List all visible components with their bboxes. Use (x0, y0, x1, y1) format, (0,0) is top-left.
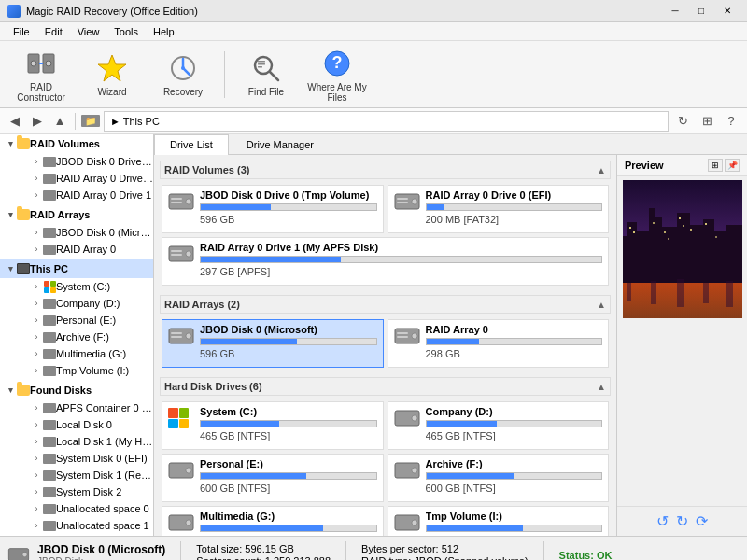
expand-icon: › (30, 243, 43, 256)
expand-icon: › (30, 435, 43, 448)
drive-system-c[interactable]: System (C:) 465 GB [NTFS] (162, 401, 384, 450)
sidebar-item-local-disk1[interactable]: › Local Disk 1 (My HFS (0, 433, 153, 450)
sidebar-item-personal-e[interactable]: › Personal (E:) (0, 312, 153, 329)
help-button[interactable]: ? (721, 112, 741, 131)
sidebar-item-archive-f[interactable]: › Archive (F:) (0, 329, 153, 345)
drive-info: RAID Array 0 298 GB (426, 324, 603, 359)
drive-bar (427, 473, 514, 479)
forward-button[interactable]: ▶ (28, 112, 47, 131)
up-button[interactable]: ▲ (50, 112, 69, 131)
sidebar-item-raid-array0[interactable]: › RAID Array 0 (0, 241, 153, 258)
preview-refresh-button[interactable]: ⟳ (696, 512, 708, 530)
drive-jbod-disk0-drive0[interactable]: JBOD Disk 0 Drive 0 (Tmp Volume) 596 GB (162, 185, 384, 233)
drive-raid-array0[interactable]: RAID Array 0 298 GB (388, 319, 610, 368)
maximize-button[interactable]: □ (689, 3, 713, 20)
hdd-icon (43, 469, 56, 482)
menu-help[interactable]: Help (146, 24, 182, 39)
status-bytes-per-sector: Bytes per sector: 512 (361, 543, 529, 554)
minimize-button[interactable]: ─ (663, 3, 687, 20)
sidebar-item-raid-array0-drive0[interactable]: › RAID Array 0 Drive 0 ( (0, 170, 153, 187)
svg-rect-76 (627, 283, 631, 301)
left-panel: ▾ RAID Volumes › JBOD Disk 0 Drive 0 ( ›… (0, 134, 154, 536)
refresh-button[interactable]: ↻ (672, 111, 693, 132)
svg-rect-72 (683, 225, 684, 227)
window-title: Magic RAID Recovery (Office Edition) (26, 6, 198, 17)
sidebar-item-tmp-volume-i[interactable]: › Tmp Volume (I:) (0, 362, 153, 379)
status-bar: JBOD Disk 0 (Microsoft) JBOD Disk Total … (0, 536, 747, 560)
drive-name-personal-e: Personal (E:) (200, 458, 377, 469)
svg-point-20 (412, 199, 417, 204)
expand-icon: › (30, 314, 43, 327)
sidebar-item-company-d[interactable]: › Company (D:) (0, 295, 153, 312)
sidebar-section-raid-volumes[interactable]: ▾ RAID Volumes (0, 134, 153, 153)
sidebar-item-raid-array0-drive1[interactable]: › RAID Array 0 Drive 1 (0, 187, 153, 203)
recovery-button[interactable]: Recovery (149, 45, 217, 105)
drive-personal-e[interactable]: Personal (E:) 600 GB [NTFS] (162, 454, 384, 502)
sidebar-section-found-disks[interactable]: ▾ Found Disks (0, 381, 153, 399)
menu-tools[interactable]: Tools (106, 24, 146, 39)
sidebar-section-raid-arrays[interactable]: ▾ RAID Arrays (0, 205, 153, 224)
sidebar-item-unalloc0[interactable]: › Unallocated space 0 (0, 500, 153, 517)
drive-multimedia-g[interactable]: Multimedia (G:) 662 GB [NTFS] (162, 506, 384, 536)
preview-rotate-left-button[interactable]: ↺ (656, 512, 669, 530)
hdd-icon (43, 401, 56, 414)
drive-raid-array0-drive1[interactable]: RAID Array 0 Drive 1 (My APFS Disk) 297 … (162, 237, 609, 286)
svg-rect-22 (397, 202, 408, 203)
drive-bar-container (200, 525, 377, 532)
window-controls[interactable]: ─ □ ✕ (663, 3, 740, 20)
drive-bar (427, 204, 444, 210)
sidebar-item-system-c[interactable]: › System (C:) (0, 278, 153, 295)
sidebar-item-system-disk2[interactable]: › System Disk 2 (0, 483, 153, 500)
sidebar-item-apfs-container0[interactable]: › APFS Container 0 (M (0, 399, 153, 416)
sidebar-item-local-disk0[interactable]: › Local Disk 0 (0, 416, 153, 433)
wizard-button[interactable]: Wizard (78, 45, 146, 105)
sidebar-label-multimedia-g: Multimedia (G:) (56, 348, 126, 359)
svg-marker-5 (98, 55, 126, 81)
preview-expand-button[interactable]: ⊞ (708, 159, 723, 172)
raid-constructor-button[interactable]: RAID Constructor (7, 45, 75, 105)
drive-bar-container (200, 203, 377, 211)
menu-view[interactable]: View (70, 24, 107, 39)
close-button[interactable]: ✕ (715, 3, 740, 20)
sidebar-section-this-pc[interactable]: ▾ This PC (0, 259, 153, 278)
tab-drive-list[interactable]: Drive List (154, 134, 229, 155)
collapse-hard-disk-drives[interactable]: ▲ (597, 382, 606, 392)
back-button[interactable]: ◀ (6, 112, 24, 131)
collapse-raid-arrays[interactable]: ▲ (597, 300, 606, 310)
tab-drive-manager[interactable]: Drive Manager (231, 134, 330, 154)
status-total-size: Total size: 596.15 GB (196, 543, 331, 554)
menu-file[interactable]: File (6, 24, 37, 39)
svg-rect-64 (712, 231, 727, 283)
sidebar-item-jbod-disk0-drive0[interactable]: › JBOD Disk 0 Drive 0 ( (0, 153, 153, 170)
find-file-button[interactable]: Find File (233, 45, 300, 105)
drive-archive-f[interactable]: Archive (F:) 600 GB [NTFS] (388, 454, 610, 502)
svg-rect-17 (171, 198, 182, 200)
where-are-my-files-button[interactable]: ? Where Are My Files (303, 45, 371, 105)
svg-rect-65 (726, 225, 742, 283)
section-raid-volumes: RAID Volumes (3) ▲ JBOD Disk 0 Drive 0 (… (160, 161, 611, 287)
sidebar-item-multimedia-g[interactable]: › Multimedia (G:) (0, 345, 153, 362)
drive-tmp-volume-i[interactable]: Tmp Volume (I:) 596 GB [NTFS] (388, 506, 610, 536)
svg-rect-79 (703, 283, 709, 303)
drive-company-d[interactable]: Company (D:) 465 GB [NTFS] (388, 401, 610, 450)
drive-bar-container (200, 256, 602, 263)
sidebar-item-jbod-disk0[interactable]: › JBOD Disk 0 (Microsc (0, 224, 153, 241)
address-separator (75, 113, 76, 130)
preview-pin-button[interactable]: 📌 (725, 159, 740, 172)
tabs: Drive List Drive Manager (154, 134, 747, 155)
preview-rotate-right-button[interactable]: ↻ (676, 512, 688, 530)
menu-edit[interactable]: Edit (37, 24, 70, 39)
hdd-icon (43, 485, 56, 498)
sidebar-item-unalloc1[interactable]: › Unallocated space 1 (0, 517, 153, 534)
drive-bar (201, 204, 271, 210)
collapse-raid-volumes[interactable]: ▲ (597, 165, 606, 175)
drive-raid-array0-drive0[interactable]: RAID Array 0 Drive 0 (EFI) 200 MB [FAT32… (388, 185, 610, 233)
expand-icon: › (30, 452, 43, 465)
sidebar-item-unalloc2[interactable]: › Unallocated space 2 (0, 534, 153, 536)
drive-jbod-disk0[interactable]: JBOD Disk 0 (Microsoft) 596 GB (162, 319, 384, 368)
sidebar-item-system-disk1[interactable]: › System Disk 1 (Recov (0, 467, 153, 483)
sidebar-item-system-disk0-efi[interactable]: › System Disk 0 (EFI) (0, 450, 153, 467)
address-path-input[interactable]: ► This PC (104, 111, 669, 132)
view-options-button[interactable]: ⊞ (697, 112, 717, 131)
expand-icon: ▾ (4, 384, 17, 397)
